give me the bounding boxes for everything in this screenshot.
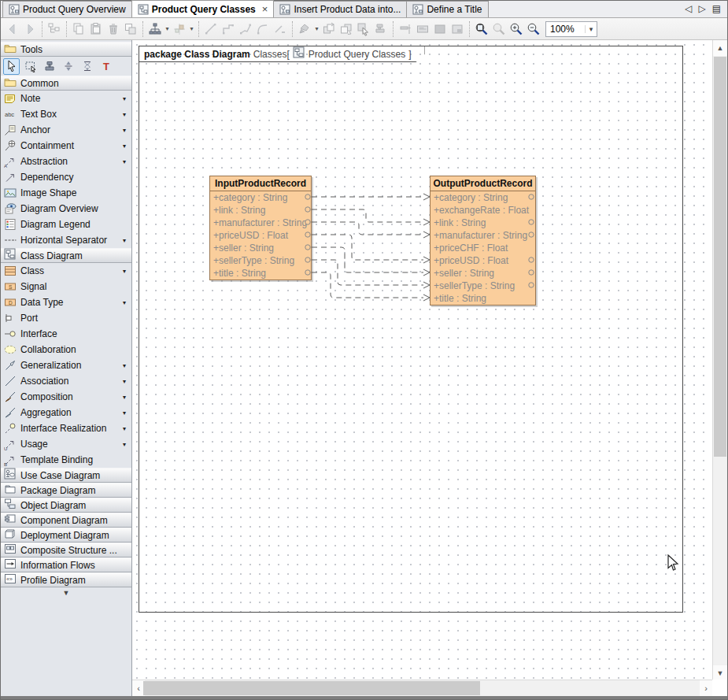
- chevron-down-icon[interactable]: ▾: [123, 378, 129, 385]
- palette-item-association[interactable]: Association▾: [1, 373, 131, 389]
- zoom-level-combobox[interactable]: 100%▾: [545, 21, 597, 37]
- palette-item-abstraction[interactable]: AAbstraction▾: [1, 154, 131, 169]
- palette-item-anchor[interactable]: Anchor▾: [1, 122, 131, 138]
- class-attribute[interactable]: +manufacturer : String: [210, 217, 311, 229]
- chevron-down-icon[interactable]: ▾: [123, 299, 129, 306]
- palette-item-aggregation[interactable]: Aggregation▾: [1, 405, 131, 420]
- palette-section-package-diagram[interactable]: Package Diagram: [1, 483, 131, 498]
- layout-diagram-icon[interactable]: [146, 20, 164, 38]
- chevron-down-icon[interactable]: ▾: [123, 425, 129, 432]
- palette-item-generalization[interactable]: Generalization▾: [1, 357, 131, 373]
- class-attribute[interactable]: +title : String: [431, 292, 535, 305]
- tab-list-icon[interactable]: ▤: [712, 3, 721, 14]
- palette-section-tools[interactable]: Tools: [1, 42, 131, 57]
- palette-section-deployment-diagram[interactable]: Deployment Diagram: [1, 528, 131, 543]
- class-inputproductrecord[interactable]: InputProductRecord+category : String+lin…: [209, 176, 312, 280]
- resource-tool-icon[interactable]: [79, 58, 95, 75]
- palette-section-component-diagram[interactable]: Component Diagram: [1, 513, 131, 528]
- class-attribute[interactable]: +priceUSD : Float: [431, 254, 535, 267]
- palette-section-profile-diagram[interactable]: «»Profile Diagram: [1, 572, 131, 587]
- palette-item-text-box[interactable]: abcText Box▾: [1, 106, 131, 122]
- chevron-down-icon[interactable]: ▾: [585, 25, 597, 33]
- palette-item-composition[interactable]: Composition▾: [1, 389, 131, 405]
- add-text-tool-icon[interactable]: T: [98, 58, 114, 75]
- palette-section-composite-structure[interactable]: Composite Structure ...: [1, 543, 131, 557]
- chevron-down-icon[interactable]: ▾: [123, 237, 129, 244]
- diagram-canvas[interactable]: package Class Diagram Classes[ Product Q…: [132, 40, 727, 696]
- palette-section-use-case-diagram[interactable]: Use Case Diagram: [1, 468, 131, 483]
- palette-item-diagram-legend[interactable]: Diagram Legend: [1, 217, 131, 232]
- palette-item-note[interactable]: Note▾: [1, 91, 131, 106]
- zoom-out-icon[interactable]: [525, 20, 542, 38]
- sweeper-tool-icon[interactable]: [41, 58, 57, 75]
- palette-section-class-diagram[interactable]: Class Diagram: [1, 248, 131, 263]
- class-attribute[interactable]: +seller : String: [210, 242, 311, 254]
- chevron-down-icon[interactable]: ▾: [123, 158, 129, 165]
- palette-item-collaboration[interactable]: Collaboration: [1, 342, 131, 357]
- zoom-in-icon[interactable]: [508, 20, 525, 38]
- vertical-scrollbar[interactable]: ▲ ▼: [712, 40, 727, 681]
- scroll-right-button[interactable]: ›: [700, 680, 712, 696]
- palette-item-containment[interactable]: Containment▾: [1, 138, 131, 154]
- chevron-down-icon[interactable]: ▾: [123, 143, 129, 150]
- chevron-down-icon[interactable]: ▾: [123, 111, 129, 118]
- class-attribute[interactable]: +category : String: [210, 191, 311, 204]
- class-attribute[interactable]: +priceCHF : Float: [431, 242, 535, 254]
- palette-item-horizontal-separator[interactable]: Horizontal Separator▾: [1, 232, 131, 248]
- class-attribute[interactable]: +title : String: [210, 267, 311, 280]
- scroll-down-button[interactable]: ▼: [713, 665, 727, 681]
- class-attribute[interactable]: +link : String: [210, 204, 311, 217]
- chevron-down-icon[interactable]: ▾: [123, 394, 129, 401]
- chevron-down-icon[interactable]: ▾: [123, 362, 129, 369]
- palette-item-usage[interactable]: UUsage▾: [1, 436, 131, 452]
- class-attribute[interactable]: +exchangeRate : Float: [431, 204, 535, 217]
- class-attribute[interactable]: +seller : String: [431, 267, 535, 280]
- marquee-tool-icon[interactable]: [22, 58, 39, 75]
- palette-item-interface-realization[interactable]: Interface Realization▾: [1, 420, 131, 436]
- tab-define-a-title[interactable]: Define a Title: [406, 1, 488, 17]
- class-attribute[interactable]: +sellerType : String: [210, 254, 311, 267]
- cursor-tool-icon[interactable]: [3, 58, 20, 75]
- palette-item-label: Containment: [20, 140, 119, 151]
- tab-scroll-right-icon[interactable]: ▷: [698, 3, 705, 14]
- palette-more-button[interactable]: ▼: [1, 589, 131, 600]
- palette-item-signal[interactable]: SSignal: [1, 279, 131, 294]
- chevron-down-icon[interactable]: ▾: [123, 127, 129, 134]
- zoom-area-icon[interactable]: [473, 20, 490, 38]
- palette-section-information-flows[interactable]: Information Flows: [1, 557, 131, 572]
- palette-item-interface[interactable]: Interface: [1, 326, 131, 342]
- magnet-tool-icon[interactable]: [60, 58, 76, 75]
- palette-item-class[interactable]: Class▾: [1, 263, 131, 279]
- class-outputproductrecord[interactable]: OutputProductRecord+category : String+ex…: [430, 176, 536, 306]
- horizontal-scrollbar-thumb[interactable]: [143, 681, 480, 695]
- palette-item-image-shape[interactable]: Image Shape: [1, 185, 131, 201]
- palette-item-label: Generalization: [20, 360, 119, 371]
- palette-item-port[interactable]: Port: [1, 310, 131, 326]
- chevron-down-icon[interactable]: ▾: [123, 441, 129, 448]
- class-attribute[interactable]: +link : String: [431, 217, 535, 229]
- palette-item-diagram-overview[interactable]: Diagram Overview: [1, 201, 131, 217]
- chevron-down-icon[interactable]: ▾: [123, 268, 129, 275]
- tab-product-query-overview[interactable]: Product Query Overview: [2, 1, 132, 17]
- palette-item-dependency[interactable]: Dependency: [1, 169, 131, 185]
- class-attribute[interactable]: +manufacturer : String: [431, 229, 535, 242]
- chevron-down-icon[interactable]: ▾: [123, 95, 129, 102]
- class-attribute[interactable]: +category : String: [431, 191, 535, 204]
- chevron-down-icon[interactable]: ▾: [123, 409, 129, 417]
- scroll-up-button[interactable]: ▲: [713, 40, 727, 56]
- palette-section-object-diagram[interactable]: Object Diagram: [1, 498, 131, 513]
- tab-insert-product-data-into[interactable]: Insert Product Data into...: [273, 1, 407, 17]
- vertical-scrollbar-thumb[interactable]: [714, 57, 726, 457]
- class-attribute[interactable]: +priceUSD : Float: [210, 229, 311, 242]
- tab-close-icon[interactable]: ×: [262, 4, 268, 14]
- diagram-frame-header: package Class Diagram Classes[ Product Q…: [139, 46, 425, 62]
- dropdown-arrow-icon[interactable]: ▾: [164, 25, 171, 32]
- tab-scroll-left-icon[interactable]: ◁: [685, 3, 692, 14]
- signal-icon: S: [3, 280, 17, 293]
- palette-section-common[interactable]: Common: [1, 76, 131, 91]
- palette-item-data-type[interactable]: DData Type▾: [1, 294, 131, 310]
- tab-product-query-classes[interactable]: Product Query Classes×: [131, 0, 275, 17]
- horizontal-scrollbar[interactable]: ‹ ›: [132, 680, 712, 696]
- class-attribute[interactable]: +sellerType : String: [431, 280, 535, 292]
- palette-item-template-binding[interactable]: BTemplate Binding: [1, 452, 131, 468]
